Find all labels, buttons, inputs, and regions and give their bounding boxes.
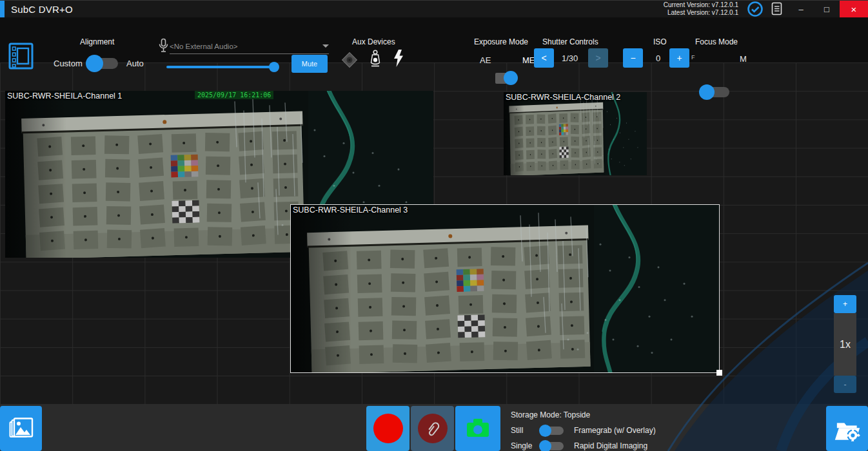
strobe-icon[interactable] xyxy=(393,50,404,67)
update-status-button[interactable] xyxy=(744,1,766,18)
video-panel-channel-3[interactable]: SUBC-RWR-SHEILA-Channel 3 xyxy=(290,204,720,373)
framegrab-label: Framegrab (w/ Overlay) xyxy=(574,426,656,435)
minimize-button[interactable]: – xyxy=(788,1,814,18)
storage-folder-settings-button[interactable] xyxy=(826,406,868,451)
version-info: Current Version: v7.12.0.1 Latest Versio… xyxy=(664,1,738,17)
iso-label: ISO xyxy=(653,37,667,46)
focus-m-label: M xyxy=(740,54,747,64)
channel-label: SUBC-RWR-SHEILA-Channel 3 xyxy=(293,206,408,215)
channel-label: SUBC-RWR-SHEILA-Channel 2 xyxy=(506,93,620,102)
shutter-controls-label: Shutter Controls xyxy=(542,37,598,46)
attach-dot xyxy=(418,414,448,443)
video-feed xyxy=(504,92,647,175)
microphone-icon xyxy=(158,38,169,53)
framegrab-button[interactable] xyxy=(455,406,500,451)
record-icon xyxy=(373,414,403,443)
dropdown-caret-icon xyxy=(322,44,329,48)
folder-gear-icon xyxy=(833,416,862,441)
single-label: Single xyxy=(511,441,539,450)
exposure-ae-label: AE xyxy=(480,55,491,65)
iso-minus-button[interactable]: − xyxy=(623,48,643,68)
gallery-icon xyxy=(9,417,34,439)
channel-label: SUBC-RWR-SHEILA-Channel 1 xyxy=(7,91,122,101)
laser-device-icon[interactable] xyxy=(340,51,359,69)
current-version: Current Version: v7.12.0.1 xyxy=(664,1,738,9)
aux-devices-label: Aux Devices xyxy=(352,37,395,46)
toggle-knob xyxy=(86,55,103,72)
storage-mode-text: Storage Mode: Topside xyxy=(511,410,590,419)
still-framegrab-toggle[interactable] xyxy=(539,425,565,437)
release-notes-button[interactable] xyxy=(766,1,788,18)
toggle-knob xyxy=(699,84,715,100)
single-rapid-toggle[interactable] xyxy=(539,440,565,451)
focus-toggle[interactable] xyxy=(699,84,730,100)
alignment-label: Alignment xyxy=(80,37,114,46)
toolbar: Alignment Custom Auto <No External Audio… xyxy=(0,17,868,62)
shutter-value: 1/30 xyxy=(562,53,578,63)
exposure-mode-label: Exposure Mode xyxy=(474,37,528,46)
focus-mode-label: Focus Mode xyxy=(695,37,738,46)
slider-knob[interactable] xyxy=(269,62,279,72)
check-circle-icon xyxy=(747,1,764,17)
source-select-icon[interactable] xyxy=(8,43,35,70)
lamp-icon[interactable] xyxy=(369,50,382,68)
still-label: Still xyxy=(511,426,539,435)
document-icon xyxy=(771,2,783,16)
app-accent-strip xyxy=(0,1,5,18)
rapid-imaging-label: Rapid Digital Imaging xyxy=(574,441,647,450)
exposure-me-label: ME xyxy=(522,55,535,65)
still-mode-row: Still Framegrab (w/ Overlay) xyxy=(511,423,656,438)
single-mode-row: Single Rapid Digital Imaging xyxy=(511,438,656,451)
app-title: SubC DVR+O xyxy=(11,4,73,15)
exposure-toggle[interactable] xyxy=(494,70,520,86)
close-button[interactable]: × xyxy=(840,1,868,18)
resize-handle[interactable] xyxy=(716,370,722,376)
alignment-toggle[interactable] xyxy=(86,55,119,72)
attach-clip-button[interactable] xyxy=(411,406,454,451)
toggle-knob xyxy=(504,71,518,85)
timestamp-overlay: 2025/09/17 16:21:06 xyxy=(195,91,273,99)
mute-button[interactable]: Mute xyxy=(291,55,328,73)
camera-icon xyxy=(466,419,490,438)
zoom-in-button[interactable]: + xyxy=(834,295,856,313)
toggle-knob xyxy=(539,425,551,437)
zoom-level: 1x xyxy=(834,313,856,376)
title-bar: SubC DVR+O Current Version: v7.12.0.1 La… xyxy=(0,0,868,17)
video-panel-channel-2[interactable]: SUBC-RWR-SHEILA-Channel 2 xyxy=(504,92,647,175)
iso-value: 0 xyxy=(656,53,660,63)
maximize-button[interactable]: □ xyxy=(814,1,840,18)
media-gallery-button[interactable] xyxy=(0,406,42,451)
shutter-next-button[interactable]: > xyxy=(588,48,608,68)
paperclip-icon xyxy=(424,420,441,437)
digital-zoom-control: + 1x - xyxy=(834,295,856,393)
shutter-prev-button[interactable]: < xyxy=(534,48,554,68)
record-button[interactable] xyxy=(366,406,409,451)
video-feed xyxy=(291,205,719,372)
storage-settings: Storage Mode: Topside Still Framegrab (w… xyxy=(511,407,656,451)
volume-slider[interactable] xyxy=(166,62,279,72)
alignment-custom-label: Custom xyxy=(54,59,83,68)
iso-plus-button[interactable]: + xyxy=(669,48,689,68)
audio-device-select[interactable]: <No External Audio> xyxy=(170,39,329,54)
latest-version: Latest Version: v7.12.0.1 xyxy=(664,9,738,17)
slider-rail xyxy=(166,66,279,68)
zoom-out-button[interactable]: - xyxy=(834,376,856,393)
bottom-bar: Storage Mode: Topside Still Framegrab (w… xyxy=(0,404,868,451)
focus-f-label: F xyxy=(691,54,695,61)
audio-device-value: <No External Audio> xyxy=(170,43,238,50)
alignment-auto-label: Auto xyxy=(126,59,144,68)
storage-mode-row: Storage Mode: Topside xyxy=(511,407,656,423)
toggle-knob xyxy=(539,440,551,451)
